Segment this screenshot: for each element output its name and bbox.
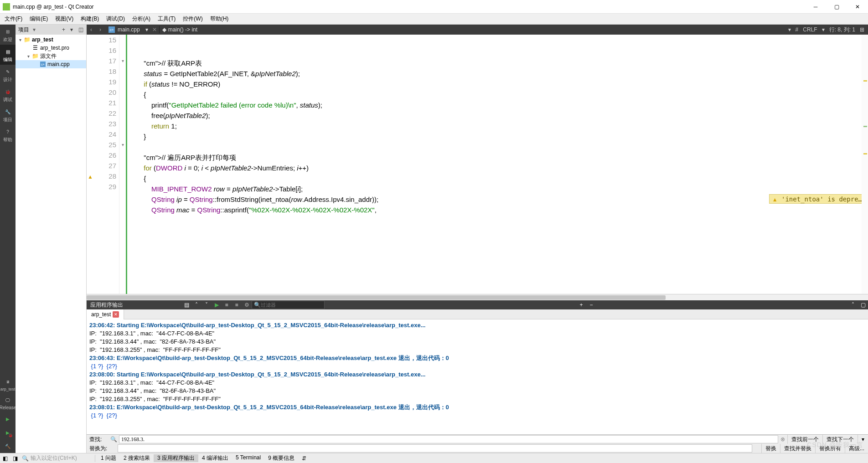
tab-main-cpp[interactable]: c+ main.cpp: [105, 25, 144, 35]
maximize-button[interactable]: ▢: [826, 0, 847, 14]
statusbar-tab[interactable]: 2 搜索结果: [120, 454, 154, 462]
window-title: main.cpp @ arp_test - Qt Creator: [13, 4, 805, 10]
add-icon[interactable]: +: [62, 26, 70, 33]
project-tree: ▾ 📁 arp_test ☰ arp_test.pro ▾ 📁 源文件 c+: [16, 35, 87, 453]
find-replace-bar: 查找: 🔍 ⊗ 查找前一个 查找下一个 ▾ 替换为: 替换: [87, 434, 868, 453]
mode-help[interactable]: ?帮助: [0, 125, 16, 145]
tab-close-icon[interactable]: ✕: [150, 25, 159, 35]
split-editor-icon[interactable]: ⊞: [860, 26, 864, 33]
folder-icon: 📁: [24, 36, 30, 43]
output-run-icon[interactable]: ▶: [212, 300, 222, 309]
menu-item[interactable]: 文件(F): [1, 14, 26, 24]
tab-filename: main.cpp: [118, 26, 140, 33]
project-pane-label[interactable]: 项目: [16, 26, 32, 34]
symbol-breadcrumb[interactable]: ◆ main() -> int: [160, 26, 200, 33]
tab-dropdown-icon[interactable]: ▾: [144, 26, 150, 33]
menu-item[interactable]: 控件(W): [179, 14, 206, 24]
output-attach-icon[interactable]: ▤: [181, 300, 191, 309]
nav-forward-icon[interactable]: ›: [96, 25, 105, 35]
code-editor[interactable]: ▲ 151617181920212223242526272829 ▾▾ "cm"…: [87, 35, 868, 294]
find-dropdown-icon[interactable]: ▾: [858, 435, 868, 444]
folder-icon: 📁: [32, 53, 38, 59]
menu-item[interactable]: 编辑(E): [26, 14, 52, 24]
statusbar: ◧ ◨ 🔍 输入以定位(Ctrl+K) 1 问题2 搜索结果3 应用程序输出4 …: [0, 453, 868, 463]
find-input[interactable]: [119, 435, 778, 443]
output-filter-input[interactable]: 🔍: [252, 301, 325, 309]
close-button[interactable]: ✕: [847, 0, 868, 14]
tree-root[interactable]: ▾ 📁 arp_test: [16, 36, 86, 44]
build-button[interactable]: 🔨: [0, 439, 16, 453]
mode-debug[interactable]: 🐞调试: [0, 85, 16, 105]
output-text[interactable]: 23:06:42: Starting E:\Workspace\Qt\build…: [87, 319, 868, 434]
sidebar-toggle-icon[interactable]: ◧: [0, 453, 10, 463]
output-restart-icon[interactable]: ■: [232, 300, 242, 309]
statusbar-tab[interactable]: 1 问题: [97, 454, 120, 462]
mode-design[interactable]: ✎设计: [0, 65, 16, 85]
nav-back-icon[interactable]: ‹: [87, 25, 96, 35]
search-icon: 🔍: [22, 455, 29, 462]
tree-file-main-cpp[interactable]: c+ main.cpp: [16, 60, 86, 68]
output-up-icon[interactable]: ˄: [191, 300, 202, 309]
output-tab-arp-test[interactable]: arp_test ✕: [87, 309, 124, 319]
output-title: 应用程序输出: [87, 301, 127, 309]
search-icon: 🔍: [108, 436, 119, 442]
replace-button[interactable]: 替换: [761, 444, 780, 453]
pro-file-icon: ☰: [32, 45, 38, 51]
run-button[interactable]: ▶: [0, 412, 16, 426]
debug-run-button[interactable]: ▶🐞: [0, 426, 16, 439]
find-next-button[interactable]: 查找下一个: [822, 435, 858, 444]
lineending-selector[interactable]: CRLF: [803, 26, 817, 33]
advanced-button[interactable]: 高级...: [845, 444, 868, 453]
find-label: 查找:: [87, 436, 108, 443]
dropdown-icon[interactable]: ▾: [33, 26, 36, 33]
replace-input[interactable]: [118, 444, 752, 453]
statusbar-tab[interactable]: 9 概要信息: [264, 454, 298, 462]
mode-edit[interactable]: ▤编辑: [0, 45, 16, 65]
kit-selector[interactable]: 🖥arp_test: [0, 375, 16, 393]
cursor-position[interactable]: 行: 8, 列: 1: [829, 26, 855, 34]
statusbar-tab[interactable]: 4 编译输出: [198, 454, 232, 462]
output-remove-icon[interactable]: −: [586, 300, 596, 309]
replace-all-button[interactable]: 替换所有: [815, 444, 845, 453]
minimap-scrollbar[interactable]: [862, 35, 868, 294]
clear-icon[interactable]: ⊗: [778, 436, 787, 442]
mode-sidebar: ⊞欢迎 ▤编辑 ✎设计 🐞调试 🔧项目 ?帮助 🖥arp_test 🖵Relea…: [0, 25, 16, 453]
statusbar-more-icon[interactable]: ⇵: [298, 455, 310, 462]
statusbar-tab[interactable]: 3 应用程序输出: [154, 454, 198, 462]
output-settings-icon[interactable]: ⚙: [242, 300, 252, 309]
editor-tabbar: 项目 ▾ + ▾ ◫ ‹ › c+ main.cpp ▾ ✕ ◆ main() …: [16, 25, 868, 35]
mode-projects[interactable]: 🔧项目: [0, 105, 16, 125]
filter-icon[interactable]: ▾: [70, 26, 78, 33]
find-prev-button[interactable]: 查找前一个: [787, 435, 822, 444]
find-and-replace-button[interactable]: 查找并替换: [780, 444, 815, 453]
close-tab-icon[interactable]: ✕: [113, 311, 119, 318]
locator-input[interactable]: 🔍 输入以定位(Ctrl+K): [20, 454, 93, 462]
output-stop-icon[interactable]: ■: [222, 300, 232, 309]
menu-item[interactable]: 调试(D): [103, 14, 129, 24]
dropdown-icon[interactable]: ▾: [788, 26, 791, 33]
menu-item[interactable]: 工具(T): [154, 14, 179, 24]
replace-label: 替换为:: [87, 445, 108, 453]
menu-item[interactable]: 构建(B): [77, 14, 103, 24]
mode-welcome[interactable]: ⊞欢迎: [0, 25, 16, 45]
output-tabs: arp_test ✕: [87, 309, 868, 319]
menu-item[interactable]: 帮助(H): [207, 14, 232, 24]
statusbar-tab[interactable]: 5 Terminal: [232, 454, 264, 462]
minimize-button[interactable]: ─: [805, 0, 826, 14]
tree-pro-file[interactable]: ☰ arp_test.pro: [16, 44, 86, 52]
inline-warning[interactable]: ▲ 'inet_ntoa' is depre…: [769, 194, 865, 204]
cpp-file-icon: c+: [40, 62, 46, 67]
output-add-icon[interactable]: +: [576, 300, 586, 309]
tree-folder-sources[interactable]: ▾ 📁 源文件: [16, 52, 86, 60]
sidebar-toggle-right-icon[interactable]: ◨: [10, 453, 20, 463]
menu-item[interactable]: 视图(V): [52, 14, 77, 24]
split-icon[interactable]: ◫: [78, 26, 87, 33]
output-down-icon[interactable]: ˅: [202, 300, 212, 309]
output-collapse-icon[interactable]: ˄: [848, 300, 858, 309]
build-config[interactable]: 🖵Release: [0, 393, 16, 412]
horizontal-scrollbar[interactable]: [87, 294, 868, 300]
dropdown-icon[interactable]: ▾: [822, 26, 825, 33]
menubar: 文件(F)编辑(E)视图(V)构建(B)调试(D)分析(A)工具(T)控件(W)…: [0, 14, 868, 25]
output-close-icon[interactable]: ▢: [858, 300, 868, 309]
menu-item[interactable]: 分析(A): [129, 14, 154, 24]
